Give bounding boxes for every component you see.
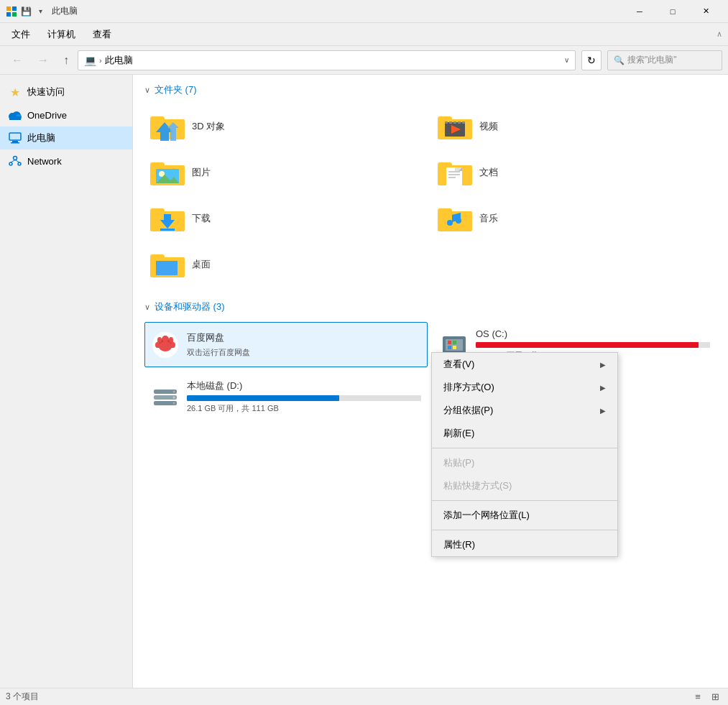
toolbar: ← → ↑ 💻 › 此电脑 ∨ ↻ 🔍 搜索"此电脑" (0, 46, 728, 75)
dropdown-icon: ▾ (34, 6, 46, 17)
app-icon (6, 6, 17, 17)
context-separator-3 (432, 530, 617, 530)
folder-documents[interactable]: 文档 (432, 151, 717, 194)
folder-documents-label: 文档 (479, 166, 498, 179)
svg-rect-54 (156, 261, 178, 275)
context-properties[interactable]: 属性(R) (432, 533, 617, 556)
drive-d[interactable]: 本地磁盘 (D:) 26.1 GB 可用，共 111 GB (144, 373, 428, 420)
ribbon-toggle[interactable]: ∧ (717, 29, 725, 39)
address-pc-icon: 💻 (84, 55, 96, 66)
svg-line-14 (11, 160, 15, 163)
refresh-button[interactable]: ↻ (581, 50, 602, 70)
folders-chevron[interactable]: ∨ (144, 86, 150, 95)
folder-downloads[interactable]: 下载 (144, 197, 429, 240)
context-separator-1 (432, 448, 617, 448)
drive-c-name: OS (C:) (476, 328, 710, 339)
address-dropdown-icon[interactable]: ∨ (564, 56, 569, 64)
context-menu: 查看(V) ▶ 排序方式(O) ▶ 分组依据(P) ▶ 刷新(E) 粘贴(P) … (431, 352, 618, 557)
folder-desktop-label: 桌面 (192, 258, 211, 271)
context-sort[interactable]: 排序方式(O) ▶ (432, 376, 617, 399)
folder-video-icon (438, 109, 472, 144)
folder-video[interactable]: 视频 (432, 105, 717, 148)
folder-pictures-icon (150, 155, 185, 190)
context-sort-arrow: ▶ (600, 384, 606, 392)
svg-point-12 (9, 162, 12, 165)
forward-button[interactable]: → (32, 50, 55, 70)
sidebar-item-thispc[interactable]: 此电脑 (0, 126, 132, 149)
sidebar-label-onedrive: OneDrive (27, 110, 67, 121)
svg-rect-8 (9, 133, 21, 140)
svg-rect-26 (449, 121, 452, 124)
folder-desktop[interactable]: 桌面 (144, 243, 429, 286)
svg-point-13 (18, 162, 21, 165)
context-refresh[interactable]: 刷新(E) (432, 422, 617, 445)
minimize-button[interactable]: ─ (623, 0, 656, 23)
drive-baidu[interactable]: 百度网盘 双击运行百度网盘 (144, 322, 428, 367)
sidebar-item-network[interactable]: Network (0, 149, 132, 172)
context-paste-shortcut[interactable]: 粘贴快捷方式(S) (432, 474, 617, 497)
up-button[interactable]: ↑ (57, 50, 75, 70)
search-placeholder: 搜索"此电脑" (627, 54, 677, 66)
devices-header-label: 设备和驱动器 (3) (155, 300, 225, 313)
svg-line-15 (15, 160, 19, 163)
drive-c-progress (476, 342, 710, 348)
svg-rect-2 (6, 12, 11, 17)
folder-downloads-icon (150, 201, 185, 236)
drive-d-size: 26.1 GB 可用，共 111 GB (187, 403, 421, 414)
folder-3d-icon (150, 109, 185, 144)
folders-section-header: ∨ 文件夹 (7) (144, 83, 717, 96)
context-group[interactable]: 分组依据(P) ▶ (432, 399, 617, 422)
folder-video-label: 视频 (479, 120, 498, 133)
context-view[interactable]: 查看(V) ▶ (432, 353, 617, 376)
drive-d-icon (151, 382, 180, 411)
svg-rect-28 (458, 121, 461, 124)
drive-d-bar (187, 395, 339, 401)
content-area: ∨ 文件夹 (7) 3D 对象 (133, 75, 728, 688)
devices-chevron[interactable]: ∨ (144, 303, 150, 312)
svg-point-64 (169, 337, 173, 343)
window-title: 此电脑 (52, 5, 623, 17)
menu-computer[interactable]: 计算机 (39, 25, 84, 44)
close-button[interactable]: ✕ (689, 0, 722, 23)
context-paste[interactable]: 粘贴(P) (432, 451, 617, 474)
folders-grid: 3D 对象 视频 (144, 105, 717, 286)
svg-point-80 (173, 397, 175, 399)
baidu-icon (151, 331, 180, 359)
baidu-name: 百度网盘 (187, 331, 421, 344)
address-bar[interactable]: 💻 › 此电脑 ∨ (78, 50, 576, 70)
folder-3d-label: 3D 对象 (192, 120, 225, 133)
svg-rect-9 (12, 141, 18, 142)
svg-point-67 (159, 341, 172, 351)
menu-view[interactable]: 查看 (84, 25, 120, 44)
context-paste-label: 粘贴(P) (443, 456, 474, 469)
svg-rect-10 (11, 142, 19, 144)
svg-rect-1 (12, 6, 17, 11)
context-paste-shortcut-label: 粘贴快捷方式(S) (443, 479, 512, 492)
sidebar-item-onedrive[interactable]: OneDrive (0, 103, 132, 126)
sidebar: ★ 快速访问 OneDrive 此电脑 (0, 75, 133, 688)
maximize-button[interactable]: □ (656, 0, 689, 23)
drives-grid: 百度网盘 双击运行百度网盘 (144, 322, 717, 420)
save-icon: 💾 (20, 6, 32, 17)
search-bar[interactable]: 🔍 搜索"此电脑" (607, 50, 722, 70)
back-button[interactable]: ← (6, 50, 29, 70)
quickaccess-icon: ★ (9, 86, 22, 98)
titlebar-icons: 💾 ▾ (6, 6, 46, 17)
context-add-network[interactable]: 添加一个网络位置(L) (432, 504, 617, 527)
folder-pictures[interactable]: 图片 (144, 151, 429, 194)
sidebar-item-quickaccess[interactable]: ★ 快速访问 (0, 80, 132, 103)
thispc-icon (9, 132, 22, 144)
status-text: 3 个项目 (6, 691, 39, 703)
svg-point-79 (173, 391, 175, 393)
view-grid-button[interactable]: ⊞ (708, 690, 722, 704)
view-list-button[interactable]: ≡ (691, 690, 705, 704)
folder-3d[interactable]: 3D 对象 (144, 105, 429, 148)
svg-rect-72 (448, 346, 451, 349)
svg-rect-70 (448, 341, 451, 344)
folders-header-label: 文件夹 (7) (155, 83, 197, 96)
menu-file[interactable]: 文件 (3, 25, 39, 44)
svg-rect-73 (453, 346, 456, 349)
context-group-label: 分组依据(P) (443, 404, 493, 417)
folder-music[interactable]: 音乐 (432, 197, 717, 240)
drive-d-name: 本地磁盘 (D:) (187, 379, 421, 392)
